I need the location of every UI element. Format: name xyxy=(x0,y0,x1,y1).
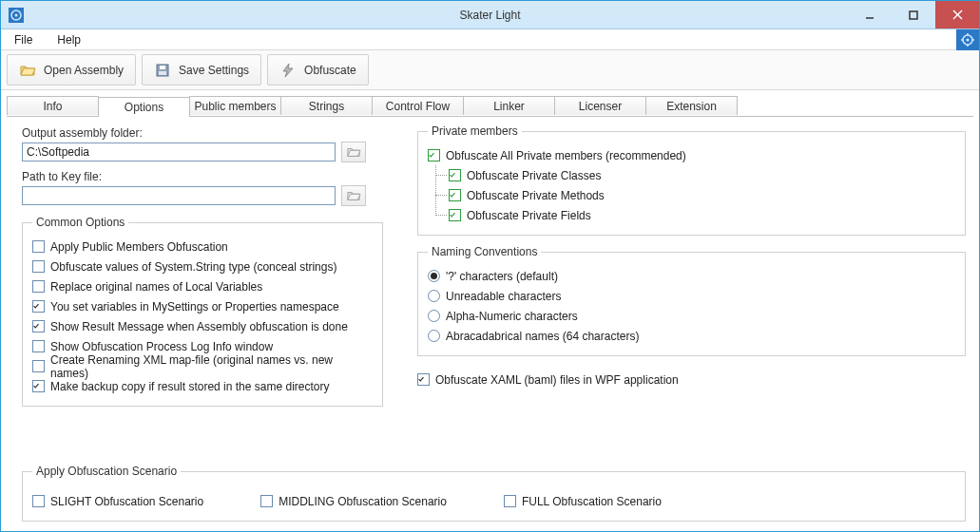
titlebar: Skater Light xyxy=(1,1,979,29)
common-option-checkbox[interactable]: Obfuscate values of System.String type (… xyxy=(32,256,373,276)
checkbox-icon xyxy=(32,320,45,332)
common-option-label: You set variables in MySettings or Prope… xyxy=(50,300,339,314)
tab-extension[interactable]: Extension xyxy=(645,96,738,115)
checkbox-icon xyxy=(504,495,516,507)
browse-output-button[interactable] xyxy=(341,142,366,162)
radio-icon xyxy=(428,290,440,302)
naming-radio[interactable]: Unreadable characters xyxy=(428,286,955,306)
tab-licenser[interactable]: Licenser xyxy=(554,96,646,115)
naming-legend: Naming Conventions xyxy=(428,245,541,258)
private-members-legend: Private members xyxy=(428,124,522,138)
lightning-icon xyxy=(279,62,297,79)
private-root-checkbox[interactable]: Obfuscate All Private members (recommend… xyxy=(428,145,955,165)
folder-icon xyxy=(346,189,361,202)
obfuscate-label: Obfuscate xyxy=(304,64,356,77)
common-option-checkbox[interactable]: Apply Public Members Obfuscation xyxy=(32,237,373,256)
private-members-group: Private members Obfuscate All Private me… xyxy=(417,124,966,236)
private-child-label: Obfuscate Private Fields xyxy=(467,209,591,222)
window-title: Skater Light xyxy=(1,9,979,22)
common-option-checkbox[interactable]: Make backup copy if result stored in the… xyxy=(32,376,373,396)
save-icon xyxy=(154,62,171,79)
tab-info[interactable]: Info xyxy=(7,96,99,115)
menu-file[interactable]: File xyxy=(7,31,40,48)
scenario-checkbox[interactable]: SLIGHT Obfuscation Scenario xyxy=(32,491,203,511)
private-child-checkbox[interactable]: Obfuscate Private Classes xyxy=(449,165,955,185)
xaml-label: Obfuscate XAML (baml) files in WPF appli… xyxy=(435,373,679,387)
svg-point-7 xyxy=(963,35,972,45)
key-file-input[interactable] xyxy=(22,186,336,205)
tab-strings[interactable]: Strings xyxy=(280,96,373,115)
common-option-checkbox[interactable]: Show Result Message when Assembly obfusc… xyxy=(32,316,373,336)
tab-public-members[interactable]: Public members xyxy=(189,96,281,115)
app-window: Skater Light File Help Open Assembly xyxy=(0,0,980,532)
common-option-label: Create Renaming XML map-file (original n… xyxy=(50,353,373,380)
save-settings-button[interactable]: Save Settings xyxy=(142,54,261,86)
scenario-checkbox[interactable]: FULL Obfuscation Scenario xyxy=(504,491,662,511)
key-file-label: Path to Key file: xyxy=(22,170,383,183)
scenario-label: FULL Obfuscation Scenario xyxy=(522,495,662,508)
output-folder-input[interactable] xyxy=(22,142,336,162)
tab-row: Info Options Public members Strings Cont… xyxy=(7,96,973,117)
checkbox-icon xyxy=(449,169,461,181)
open-assembly-button[interactable]: Open Assembly xyxy=(7,54,136,86)
options-panel: Output assembly folder: Path to Key file… xyxy=(1,117,979,455)
common-option-label: Obfuscate values of System.String type (… xyxy=(50,260,336,274)
menu-help[interactable]: Help xyxy=(49,31,88,48)
checkbox-icon xyxy=(32,280,45,293)
checkbox-icon xyxy=(32,495,45,507)
scenario-checkbox[interactable]: MIDDLING Obfuscation Scenario xyxy=(260,491,447,511)
scenario-label: SLIGHT Obfuscation Scenario xyxy=(50,495,203,508)
checkbox-icon xyxy=(260,495,273,507)
checkbox-icon xyxy=(32,300,45,313)
menubar: File Help xyxy=(1,29,979,50)
checkbox-icon xyxy=(428,149,440,162)
common-option-checkbox[interactable]: Replace original names of Local Variable… xyxy=(32,276,373,296)
tab-linker[interactable]: Linker xyxy=(463,96,555,115)
common-option-checkbox[interactable]: You set variables in MySettings or Prope… xyxy=(32,296,373,316)
common-option-label: Replace original names of Local Variable… xyxy=(50,280,262,294)
naming-label: Abracadabrical names (64 characters) xyxy=(446,330,639,343)
common-option-checkbox[interactable]: Create Renaming XML map-file (original n… xyxy=(32,356,373,376)
private-child-checkbox[interactable]: Obfuscate Private Fields xyxy=(449,205,955,225)
common-options-legend: Common Options xyxy=(32,216,128,229)
browse-key-button[interactable] xyxy=(341,185,366,206)
checkbox-icon xyxy=(417,373,430,386)
settings-gear-icon[interactable] xyxy=(956,29,979,50)
scenario-label: MIDDLING Obfuscation Scenario xyxy=(279,495,447,508)
common-options-group: Common Options Apply Public Members Obfu… xyxy=(22,216,383,407)
tab-options[interactable]: Options xyxy=(98,97,190,117)
folder-icon xyxy=(346,145,361,159)
svg-point-8 xyxy=(966,38,969,41)
scenario-legend: Apply Obfuscation Scenario xyxy=(32,465,181,478)
common-option-label: Show Result Message when Assembly obfusc… xyxy=(50,320,348,333)
common-option-label: Apply Public Members Obfuscation xyxy=(50,240,228,254)
naming-label: Unreadable characters xyxy=(446,290,561,303)
radio-icon xyxy=(428,270,440,282)
radio-icon xyxy=(428,310,440,322)
svg-rect-15 xyxy=(159,71,166,75)
checkbox-icon xyxy=(32,240,45,253)
private-child-label: Obfuscate Private Methods xyxy=(467,189,605,202)
save-settings-label: Save Settings xyxy=(179,64,249,77)
folder-open-icon xyxy=(19,62,36,79)
naming-radio[interactable]: Abracadabrical names (64 characters) xyxy=(428,326,955,346)
output-folder-label: Output assembly folder: xyxy=(22,126,383,140)
naming-radio[interactable]: Alpha-Numeric characters xyxy=(428,306,955,326)
private-child-label: Obfuscate Private Classes xyxy=(467,169,601,182)
xaml-checkbox[interactable]: Obfuscate XAML (baml) files in WPF appli… xyxy=(417,370,966,390)
private-child-checkbox[interactable]: Obfuscate Private Methods xyxy=(449,185,955,205)
naming-radio[interactable]: '?' characters (default) xyxy=(428,266,955,286)
scenario-group: Apply Obfuscation Scenario SLIGHT Obfusc… xyxy=(22,465,966,522)
radio-icon xyxy=(428,330,440,342)
checkbox-icon xyxy=(449,209,461,221)
svg-rect-13 xyxy=(157,65,168,76)
toolbar: Open Assembly Save Settings Obfuscate xyxy=(1,50,979,90)
tab-control-flow[interactable]: Control Flow xyxy=(372,96,464,115)
obfuscate-button[interactable]: Obfuscate xyxy=(267,54,369,86)
svg-rect-14 xyxy=(160,66,165,69)
checkbox-icon xyxy=(32,380,45,392)
open-assembly-label: Open Assembly xyxy=(44,64,124,77)
right-column: Private members Obfuscate All Private me… xyxy=(417,124,966,442)
checkbox-icon xyxy=(32,340,45,352)
common-option-label: Show Obfuscation Process Log Info window xyxy=(50,340,273,353)
